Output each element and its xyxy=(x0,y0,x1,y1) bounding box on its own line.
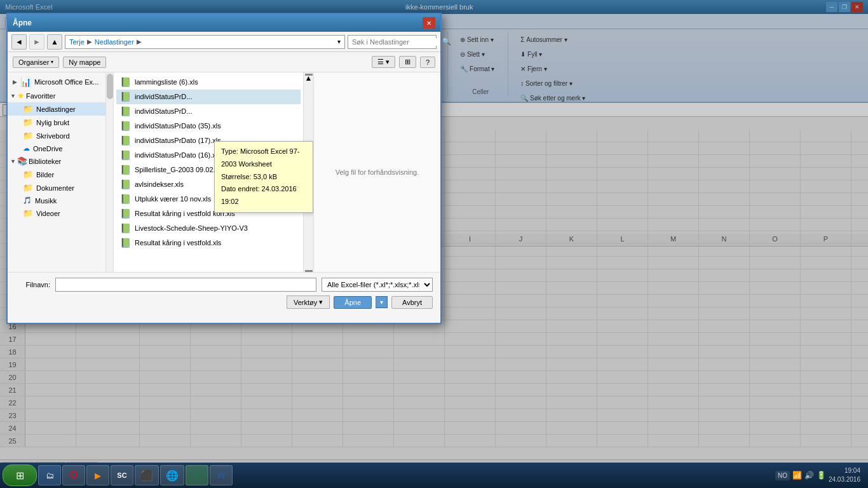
start-button[interactable]: ⊞ xyxy=(3,464,37,486)
file-item-livestock[interactable]: 📗 Livestock-Schedule-Sheep-YIYO-V3 xyxy=(116,221,301,236)
chrome-icon: 🌐 xyxy=(166,470,179,482)
taskbar-sc[interactable]: SC xyxy=(111,465,133,485)
filename-input[interactable] xyxy=(55,278,316,292)
musikk-label: Musikk xyxy=(35,197,57,205)
tools-arrow: ▾ xyxy=(319,298,323,306)
help-button[interactable]: ? xyxy=(420,57,435,68)
word-icon: W xyxy=(217,470,225,480)
search-input[interactable] xyxy=(352,38,440,46)
expand-arrow-office: ▶ xyxy=(13,79,17,85)
nav-label-office: Microsoft Office Ex... xyxy=(34,78,98,86)
minecraft-icon: ⬛ xyxy=(140,470,153,482)
media-icon: ▶ xyxy=(95,471,101,480)
language-indicator: NO xyxy=(775,471,790,480)
file-explorer-icon: 🗂 xyxy=(46,471,54,480)
file-list-scrollbar-left[interactable] xyxy=(106,72,114,272)
sc-icon: SC xyxy=(117,471,126,479)
nav-item-skrivebord[interactable]: 📁 Skrivebord xyxy=(8,129,105,142)
file-name5: individStatusPrDato (17).xls xyxy=(135,137,221,144)
office-icon: 📊 xyxy=(20,77,31,87)
open-dropdown-button[interactable]: ▾ xyxy=(376,296,388,308)
footer-buttons: Verktøy ▾ Åpne ▾ Avbryt xyxy=(15,295,433,309)
nav-item-onedrive[interactable]: ☁ OneDrive xyxy=(8,142,105,154)
nav-item-nedlastinger[interactable]: 📁 Nedlastinger xyxy=(8,102,105,116)
file-name6: individStatusPrDato (16).xls xyxy=(135,151,221,159)
skrivebord-icon: 📁 xyxy=(23,131,33,140)
taskbar-word[interactable]: W xyxy=(210,465,233,485)
nav-group-favoritter[interactable]: ▼ ★ Favoritter xyxy=(8,89,105,102)
musikk-icon: 🎵 xyxy=(23,196,32,205)
forward-button[interactable]: ► xyxy=(29,34,44,50)
dialog-titlebar: Åpne ✕ xyxy=(8,14,440,32)
videoer-label: Videoer xyxy=(36,210,60,217)
nylig-brukt-label: Nylig brukt xyxy=(36,119,69,126)
filename-label: Filnavn: xyxy=(15,281,50,288)
file-icon-xlsx2: 📗 xyxy=(120,223,131,233)
dialog-footer: Filnavn: Alle Excel-filer (*.xl*;*.xlsx;… xyxy=(8,272,440,323)
scroll-thumb-down: ▼ xyxy=(305,270,313,272)
tray-battery-icon: 🔋 xyxy=(817,471,826,480)
taskbar-chrome[interactable]: 🌐 xyxy=(160,465,184,485)
new-folder-button[interactable]: Ny mappe xyxy=(63,57,106,68)
taskbar: ⊞ 🗂 O ▶ SC ⬛ 🌐 X W NO 📶 🔊 🔋 19:04 24.03.… xyxy=(0,463,868,488)
file-name4: individStatusPrDato (35).xls xyxy=(135,122,221,130)
breadcrumb-arrow2: ▶ xyxy=(137,38,142,45)
nav-group-biblioteker[interactable]: ▼ 📚 Biblioteker xyxy=(8,154,105,168)
file-item-lammingsliste[interactable]: 📗 lammingsliste (6).xls xyxy=(116,75,301,90)
back-button[interactable]: ◄ xyxy=(11,34,27,50)
file-icon-xls10: 📗 xyxy=(120,238,131,248)
search-icon: 🔍 xyxy=(442,37,451,46)
biblioteker-icon: 📚 xyxy=(17,156,27,166)
open-button[interactable]: Åpne xyxy=(334,296,372,309)
tray-time: 19:04 24.03.2016 xyxy=(829,466,860,484)
file-icon-xlsx1: 📗 xyxy=(120,165,131,175)
cancel-button[interactable]: Avbryt xyxy=(391,296,433,309)
preview-area: Velg fil for forhåndsvisning. xyxy=(313,72,440,272)
tools-label: Verktøy xyxy=(294,299,317,306)
nav-item-bilder[interactable]: 📁 Bilder xyxy=(8,168,105,181)
organize-button[interactable]: Organiser ▾ xyxy=(13,57,59,68)
file-item-individstatus2[interactable]: 📗 individStatusPrD... xyxy=(116,104,301,119)
tooltip-type-label: Type: xyxy=(221,147,238,155)
details-button[interactable]: ⊞ xyxy=(399,56,416,68)
file-icon-xls7: 📗 xyxy=(120,179,131,189)
nav-item-dokumenter[interactable]: 📁 Dokumenter xyxy=(8,181,105,194)
file-item-resultat-koring2[interactable]: 📗 Resultat kåring i vestfold.xls xyxy=(116,236,301,250)
file-icon-xls9: 📗 xyxy=(120,208,131,219)
breadcrumb-part2: Nedlastinger xyxy=(95,38,134,46)
filetype-select[interactable]: Alle Excel-filer (*.xl*;*.xlsx;*.xlsm xyxy=(322,278,433,292)
view-toggle-button[interactable]: ☰ ▾ xyxy=(372,56,395,68)
scroll-thumb-up: ▲ xyxy=(305,74,313,76)
footer-filename-row: Filnavn: Alle Excel-filer (*.xl*;*.xlsx;… xyxy=(15,278,433,292)
taskbar-minecraft[interactable]: ⬛ xyxy=(135,465,159,485)
taskbar-media[interactable]: ▶ xyxy=(86,465,109,485)
dialog-close-button[interactable]: ✕ xyxy=(423,17,435,29)
bilder-icon: 📁 xyxy=(23,170,33,179)
dialog-toolbar: Organiser ▾ Ny mappe ☰ ▾ ⊞ ? xyxy=(8,52,440,72)
tools-button[interactable]: Verktøy ▾ xyxy=(287,295,330,309)
dialog-addressbar: ◄ ► ▲ Terje ▶ Nedlastinger ▶ ▾ 🔍 xyxy=(8,32,440,52)
file-list-wrapper: 📗 lammingsliste (6).xls 📗 individStatusP… xyxy=(106,72,313,272)
new-folder-label: Ny mappe xyxy=(69,58,100,66)
nav-item-nylig-brukt[interactable]: 📁 Nylig brukt xyxy=(8,116,105,129)
breadcrumb-dropdown[interactable]: ▾ xyxy=(337,38,341,45)
taskbar-file-explorer[interactable]: 🗂 xyxy=(38,465,61,485)
nav-item-musikk[interactable]: 🎵 Musikk xyxy=(8,194,105,207)
file-icon-xls6: 📗 xyxy=(120,150,131,160)
nav-item-office[interactable]: ▶ 📊 Microsoft Office Ex... xyxy=(8,75,105,89)
file-item-individstatus35[interactable]: 📗 individStatusPrDato (35).xls xyxy=(116,119,301,133)
nedlastinger-icon: 📁 xyxy=(23,104,33,114)
file-icon-xls5: 📗 xyxy=(120,135,131,146)
search-box: 🔍 xyxy=(348,35,437,49)
nav-item-videoer[interactable]: 📁 Videoer xyxy=(8,207,105,220)
biblioteker-label: Biblioteker xyxy=(29,158,61,165)
onedrive-icon: ☁ xyxy=(23,144,30,152)
file-item-individstatus1[interactable]: 📗 individStatusPrD... xyxy=(116,90,301,104)
organize-arrow: ▾ xyxy=(51,59,53,65)
dialog-body: ▶ 📊 Microsoft Office Ex... ▼ ★ Favoritte… xyxy=(8,72,440,272)
taskbar-opera[interactable]: O xyxy=(62,465,85,485)
up-button[interactable]: ▲ xyxy=(47,34,62,50)
nav-panel: ▶ 📊 Microsoft Office Ex... ▼ ★ Favoritte… xyxy=(8,72,106,272)
nedlastinger-label: Nedlastinger xyxy=(36,105,76,113)
taskbar-excel[interactable]: X xyxy=(186,465,208,485)
